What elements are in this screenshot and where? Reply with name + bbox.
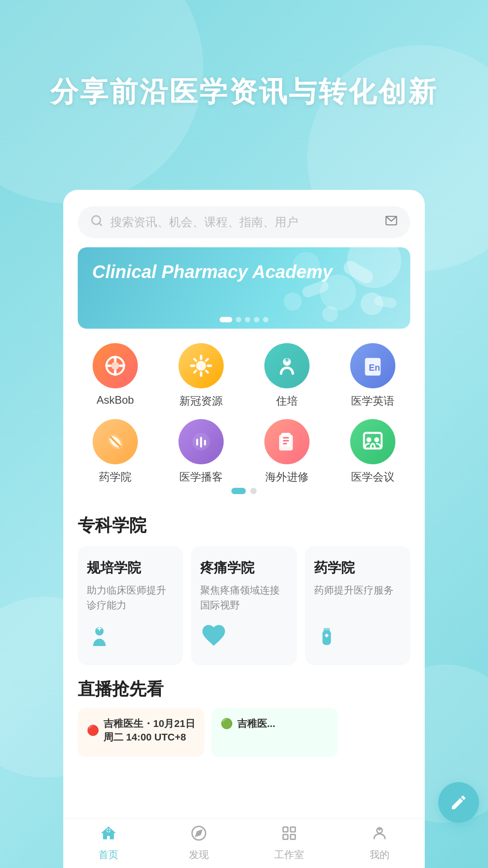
icon-item-abroad[interactable]: 海外进修 — [244, 419, 330, 484]
guipei-title: 规培学院 — [87, 559, 174, 577]
bottom-nav: 首页 发现 工作室 — [63, 818, 425, 868]
abroad-label: 海外进修 — [265, 470, 309, 484]
workspace-label: 工作室 — [274, 848, 304, 862]
icon-page-dot-1[interactable] — [231, 488, 246, 494]
search-bar[interactable]: 搜索资讯、机会、课程、指南、用户 — [78, 206, 410, 238]
pain-desc: 聚焦疼痛领域连接国际视野 — [200, 583, 287, 613]
banner[interactable]: Clinical Pharmacy Academy — [78, 247, 410, 329]
live-card-1-text: 吉稚医生・10月21日 周二 14:00 UTC+8 — [103, 717, 195, 744]
svg-line-1 — [99, 223, 101, 225]
banner-dot-2[interactable] — [236, 317, 241, 322]
conference-icon-circle — [350, 419, 395, 464]
svg-rect-13 — [196, 439, 198, 446]
icon-item-english[interactable]: En 医学英语 — [330, 343, 416, 408]
person-icon — [371, 825, 388, 845]
pharm-desc: 药师提升医疗服务 — [314, 583, 401, 615]
live-header: 直播抢先看 — [63, 665, 425, 708]
svg-rect-36 — [283, 835, 288, 840]
guipei-desc: 助力临床医师提升诊疗能力 — [87, 583, 174, 615]
banner-dot-4[interactable] — [254, 317, 259, 322]
specialty-card-pharm[interactable]: 药学院 药师提升医疗服务 — [305, 546, 410, 665]
banner-title: Clinical Pharmacy Academy — [92, 260, 333, 283]
banner-decoration — [78, 247, 410, 329]
icon-item-covid[interactable]: 新冠资源 — [158, 343, 244, 408]
svg-point-23 — [374, 437, 379, 442]
svg-rect-34 — [283, 827, 288, 832]
podcast-icon-circle — [178, 419, 224, 464]
pharmacy-icon-circle — [93, 419, 138, 464]
svg-point-22 — [366, 437, 371, 442]
icons-section: AskBob 新冠资源 — [63, 329, 425, 510]
icon-item-zhupei[interactable]: 住培 — [244, 343, 330, 408]
svg-text:En: En — [369, 363, 380, 373]
icon-page-dot-2[interactable] — [250, 488, 257, 494]
svg-rect-14 — [200, 437, 202, 448]
covid-label: 新冠资源 — [179, 394, 223, 408]
svg-rect-21 — [364, 433, 382, 449]
icon-page-dots — [72, 484, 416, 503]
abroad-icon-circle — [264, 419, 310, 464]
home-label: 首页 — [99, 848, 118, 862]
banner-dot-3[interactable] — [245, 317, 250, 322]
specialty-card-pain[interactable]: 疼痛学院 聚焦疼痛领域连接国际视野 — [191, 546, 296, 665]
svg-marker-33 — [196, 830, 202, 836]
svg-rect-15 — [204, 440, 206, 446]
svg-point-4 — [111, 362, 119, 369]
pain-title: 疼痛学院 — [200, 559, 287, 577]
nav-item-home[interactable]: 首页 — [63, 825, 154, 862]
askbob-label: AskBob — [97, 394, 134, 406]
grid-icon — [281, 825, 297, 845]
svg-rect-17 — [281, 433, 291, 447]
live-preview: 🔴 吉稚医生・10月21日 周二 14:00 UTC+8 🟢 吉稚医... — [63, 708, 425, 757]
icons-grid: AskBob 新冠资源 — [72, 343, 416, 484]
english-label: 医学英语 — [351, 394, 394, 408]
banner-dot-1[interactable] — [220, 317, 232, 322]
svg-rect-28 — [324, 628, 330, 631]
podcast-label: 医学播客 — [179, 470, 223, 484]
specialty-section-title: 专科学院 — [63, 510, 425, 546]
main-card: 搜索资讯、机会、课程、指南、用户 Clinical Pharmacy Acade… — [63, 190, 425, 868]
live-card-2-text: 吉稚医... — [237, 717, 275, 731]
svg-rect-27 — [322, 630, 331, 645]
nurse-icon — [87, 624, 174, 654]
zhupei-icon-circle — [264, 343, 310, 388]
icon-item-conference[interactable]: 医学会议 — [330, 419, 416, 484]
zhupei-label: 住培 — [276, 394, 298, 408]
svg-rect-26 — [99, 627, 100, 631]
live-section-title: 直播抢先看 — [78, 678, 164, 701]
icon-item-pharmacy[interactable]: 药学院 — [72, 419, 158, 484]
heart-icon — [200, 622, 287, 654]
search-icon — [90, 214, 103, 230]
discover-label: 发现 — [189, 848, 209, 862]
banner-dot-5[interactable] — [263, 317, 268, 322]
mail-icon[interactable] — [385, 214, 398, 230]
profile-label: 我的 — [370, 848, 389, 862]
svg-rect-35 — [291, 827, 296, 832]
fab-edit-button[interactable] — [438, 782, 479, 823]
icon-item-askbob[interactable]: AskBob — [72, 343, 158, 408]
askbob-icon-circle — [93, 343, 138, 388]
pharmacy-label: 药学院 — [99, 470, 131, 484]
medicine-bottle-icon — [314, 624, 401, 654]
live-card-1[interactable]: 🔴 吉稚医生・10月21日 周二 14:00 UTC+8 — [78, 708, 204, 757]
banner-dots — [220, 317, 268, 322]
specialty-cards: 规培学院 助力临床医师提升诊疗能力 疼痛学院 聚焦疼痛领域连接国际视野 — [63, 546, 425, 665]
nav-item-profile[interactable]: 我的 — [334, 825, 425, 862]
search-placeholder: 搜索资讯、机会、课程、指南、用户 — [110, 214, 385, 230]
specialty-card-guipei[interactable]: 规培学院 助力临床医师提升诊疗能力 — [78, 546, 183, 665]
svg-rect-37 — [291, 835, 296, 840]
english-icon-circle: En — [350, 343, 395, 388]
hero-text: 分享前沿医学资讯与转化创新 — [0, 72, 488, 112]
live-card-2[interactable]: 🟢 吉稚医... — [211, 708, 338, 757]
compass-icon — [191, 825, 207, 845]
pharm-title: 药学院 — [314, 559, 401, 577]
home-icon — [100, 825, 117, 845]
conference-label: 医学会议 — [351, 470, 394, 484]
nav-item-discover[interactable]: 发现 — [154, 825, 244, 862]
icon-item-podcast[interactable]: 医学播客 — [158, 419, 244, 484]
nav-item-workspace[interactable]: 工作室 — [244, 825, 334, 862]
covid-icon-circle — [178, 343, 224, 388]
svg-point-5 — [196, 361, 206, 371]
